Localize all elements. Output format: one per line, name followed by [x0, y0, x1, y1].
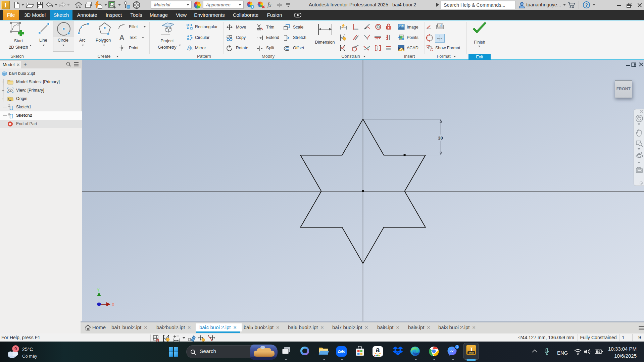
- svg-text:X: X: [112, 302, 114, 307]
- svg-text:Y: Y: [97, 288, 100, 293]
- svg-text:[x]: [x]: [439, 24, 442, 27]
- svg-text:30: 30: [438, 136, 443, 141]
